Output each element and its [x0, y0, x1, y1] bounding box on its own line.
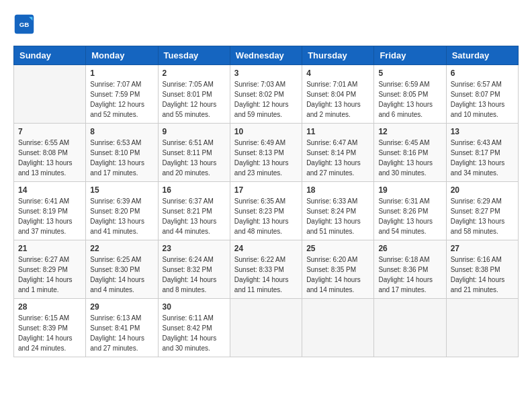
sunrise-text: Sunrise: 6:20 AM	[306, 255, 369, 265]
sunrise-text: Sunrise: 6:49 AM	[234, 138, 298, 148]
day-info: Sunrise: 6:35 AMSunset: 8:23 PMDaylight:…	[234, 196, 298, 236]
calendar-week-row: 14Sunrise: 6:41 AMSunset: 8:19 PMDayligh…	[14, 182, 519, 240]
day-info: Sunrise: 6:18 AMSunset: 8:36 PMDaylight:…	[378, 255, 441, 295]
day-number: 20	[451, 185, 514, 195]
calendar-week-row: 1Sunrise: 7:07 AMSunset: 7:59 PMDaylight…	[14, 65, 519, 124]
sunset-text: Sunset: 8:17 PM	[451, 148, 514, 158]
weekday-header-monday: Monday	[86, 46, 158, 65]
daylight-text: Daylight: 13 hours and 17 minutes.	[90, 158, 153, 178]
weekday-header-thursday: Thursday	[302, 46, 374, 65]
day-number: 13	[451, 127, 514, 136]
sunrise-text: Sunrise: 7:05 AM	[163, 79, 226, 89]
daylight-text: Daylight: 14 hours and 17 minutes.	[378, 275, 441, 295]
day-info: Sunrise: 6:45 AMSunset: 8:16 PMDaylight:…	[378, 138, 441, 178]
calendar-cell: 17Sunrise: 6:35 AMSunset: 8:23 PMDayligh…	[230, 182, 302, 240]
day-info: Sunrise: 7:03 AMSunset: 8:02 PMDaylight:…	[234, 79, 298, 120]
day-info: Sunrise: 6:16 AMSunset: 8:38 PMDaylight:…	[451, 255, 514, 295]
day-info: Sunrise: 6:55 AMSunset: 8:08 PMDaylight:…	[18, 138, 81, 178]
day-info: Sunrise: 6:43 AMSunset: 8:17 PMDaylight:…	[451, 138, 514, 178]
calendar-cell: 30Sunrise: 6:11 AMSunset: 8:42 PMDayligh…	[158, 299, 230, 357]
sunrise-text: Sunrise: 6:25 AM	[90, 255, 153, 265]
day-number: 17	[234, 185, 298, 195]
calendar-cell: 8Sunrise: 6:53 AMSunset: 8:10 PMDaylight…	[86, 124, 158, 182]
sunrise-text: Sunrise: 6:43 AM	[451, 138, 514, 148]
sunset-text: Sunset: 8:38 PM	[451, 265, 514, 275]
sunset-text: Sunset: 8:01 PM	[163, 89, 226, 99]
sunset-text: Sunset: 8:13 PM	[234, 148, 298, 158]
day-info: Sunrise: 6:53 AMSunset: 8:10 PMDaylight:…	[90, 138, 153, 178]
sunrise-text: Sunrise: 6:15 AM	[18, 313, 81, 323]
calendar-cell: 23Sunrise: 6:24 AMSunset: 8:32 PMDayligh…	[158, 240, 230, 299]
day-info: Sunrise: 6:15 AMSunset: 8:39 PMDaylight:…	[18, 313, 81, 353]
daylight-text: Daylight: 13 hours and 34 minutes.	[451, 158, 514, 178]
sunset-text: Sunset: 8:39 PM	[18, 323, 81, 333]
sunrise-text: Sunrise: 6:27 AM	[18, 255, 81, 265]
day-number: 9	[163, 127, 226, 136]
sunset-text: Sunset: 8:11 PM	[163, 148, 226, 158]
day-info: Sunrise: 6:11 AMSunset: 8:42 PMDaylight:…	[163, 313, 226, 353]
daylight-text: Daylight: 13 hours and 13 minutes.	[18, 158, 81, 178]
daylight-text: Daylight: 13 hours and 48 minutes.	[234, 216, 298, 236]
day-info: Sunrise: 6:59 AMSunset: 8:05 PMDaylight:…	[378, 79, 441, 120]
day-number: 2	[163, 68, 226, 78]
sunset-text: Sunset: 8:26 PM	[378, 206, 441, 216]
daylight-text: Daylight: 13 hours and 20 minutes.	[163, 158, 226, 178]
calendar-cell: 14Sunrise: 6:41 AMSunset: 8:19 PMDayligh…	[14, 182, 86, 240]
sunrise-text: Sunrise: 6:47 AM	[306, 138, 369, 148]
day-info: Sunrise: 6:13 AMSunset: 8:41 PMDaylight:…	[90, 313, 153, 353]
sunset-text: Sunset: 8:42 PM	[163, 323, 226, 333]
sunrise-text: Sunrise: 6:13 AM	[90, 313, 153, 323]
day-number: 27	[451, 244, 514, 253]
sunrise-text: Sunrise: 6:51 AM	[163, 138, 226, 148]
daylight-text: Daylight: 12 hours and 55 minutes.	[163, 99, 226, 120]
sunset-text: Sunset: 8:21 PM	[163, 206, 226, 216]
calendar-cell: 26Sunrise: 6:18 AMSunset: 8:36 PMDayligh…	[374, 240, 446, 299]
day-info: Sunrise: 7:05 AMSunset: 8:01 PMDaylight:…	[163, 79, 226, 120]
daylight-text: Daylight: 13 hours and 58 minutes.	[451, 216, 514, 236]
daylight-text: Daylight: 14 hours and 24 minutes.	[18, 333, 81, 353]
sunrise-text: Sunrise: 6:35 AM	[234, 196, 298, 206]
sunset-text: Sunset: 8:35 PM	[306, 265, 369, 275]
sunrise-text: Sunrise: 6:45 AM	[378, 138, 441, 148]
sunrise-text: Sunrise: 6:59 AM	[378, 79, 441, 89]
daylight-text: Daylight: 13 hours and 2 minutes.	[306, 99, 369, 120]
day-info: Sunrise: 6:39 AMSunset: 8:20 PMDaylight:…	[90, 196, 153, 236]
day-number: 4	[306, 68, 369, 78]
calendar-cell: 2Sunrise: 7:05 AMSunset: 8:01 PMDaylight…	[158, 65, 230, 124]
day-info: Sunrise: 6:41 AMSunset: 8:19 PMDaylight:…	[18, 196, 81, 236]
sunset-text: Sunset: 8:07 PM	[451, 89, 514, 99]
sunrise-text: Sunrise: 6:16 AM	[451, 255, 514, 265]
sunset-text: Sunset: 8:08 PM	[18, 148, 81, 158]
daylight-text: Daylight: 14 hours and 4 minutes.	[90, 275, 153, 295]
daylight-text: Daylight: 13 hours and 30 minutes.	[378, 158, 441, 178]
day-number: 21	[18, 244, 81, 253]
day-number: 12	[378, 127, 441, 136]
sunset-text: Sunset: 8:41 PM	[90, 323, 153, 333]
sunrise-text: Sunrise: 6:24 AM	[163, 255, 226, 265]
day-number: 28	[18, 302, 81, 312]
sunrise-text: Sunrise: 6:41 AM	[18, 196, 81, 206]
calendar-cell: 20Sunrise: 6:29 AMSunset: 8:27 PMDayligh…	[446, 182, 518, 240]
day-number: 30	[163, 302, 226, 312]
daylight-text: Daylight: 13 hours and 27 minutes.	[306, 158, 369, 178]
day-number: 15	[90, 185, 153, 195]
calendar-cell: 21Sunrise: 6:27 AMSunset: 8:29 PMDayligh…	[14, 240, 86, 299]
weekday-header-tuesday: Tuesday	[158, 46, 230, 65]
sunset-text: Sunset: 8:20 PM	[90, 206, 153, 216]
calendar-cell: 13Sunrise: 6:43 AMSunset: 8:17 PMDayligh…	[446, 124, 518, 182]
calendar-cell: 28Sunrise: 6:15 AMSunset: 8:39 PMDayligh…	[14, 299, 86, 357]
day-number: 22	[90, 244, 153, 253]
sunset-text: Sunset: 8:05 PM	[378, 89, 441, 99]
day-number: 5	[378, 68, 441, 78]
calendar-cell: 18Sunrise: 6:33 AMSunset: 8:24 PMDayligh…	[302, 182, 374, 240]
calendar-cell: 15Sunrise: 6:39 AMSunset: 8:20 PMDayligh…	[86, 182, 158, 240]
weekday-header-sunday: Sunday	[14, 46, 86, 65]
daylight-text: Daylight: 14 hours and 14 minutes.	[306, 275, 369, 295]
sunset-text: Sunset: 7:59 PM	[90, 89, 153, 99]
calendar-week-row: 28Sunrise: 6:15 AMSunset: 8:39 PMDayligh…	[14, 299, 519, 357]
day-number: 25	[306, 244, 369, 253]
day-number: 16	[163, 185, 226, 195]
sunset-text: Sunset: 8:24 PM	[306, 206, 369, 216]
day-number: 11	[306, 127, 369, 136]
calendar-cell: 25Sunrise: 6:20 AMSunset: 8:35 PMDayligh…	[302, 240, 374, 299]
